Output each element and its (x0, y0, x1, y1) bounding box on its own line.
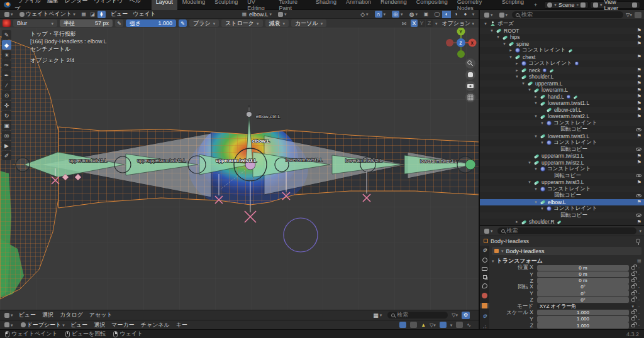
properties-search-input[interactable]: 検索 (497, 227, 637, 234)
expand-open-icon[interactable]: ▾ (496, 35, 501, 40)
proportional-edit-dropdown[interactable]: ◎▾ (390, 11, 405, 18)
expand-open-icon[interactable]: ▾ (533, 114, 538, 119)
expand-open-icon[interactable]: ▾ (533, 166, 538, 172)
object-name-field[interactable]: ▾ Body-Headless (492, 247, 641, 255)
flag-icon[interactable]: ⚑ (637, 101, 641, 106)
strength-pressure-icon[interactable]: ✎ (179, 19, 187, 27)
brush-preview-icon[interactable] (3, 19, 11, 27)
expand-open-icon[interactable]: ▾ (514, 74, 519, 79)
expand-closed-icon[interactable]: ▸ (514, 68, 519, 73)
expand-open-icon[interactable]: ▾ (527, 180, 532, 185)
flag-icon[interactable]: ⚑ (637, 28, 641, 33)
flag-icon[interactable]: ⚑ (637, 80, 641, 86)
outliner-row-lowerarm.L[interactable]: ▾lowerarm.L⚑ (480, 87, 644, 94)
expand-open-icon[interactable]: ▾ (483, 21, 488, 26)
pin-icon[interactable]: ⌖ (576, 3, 579, 7)
move-tool[interactable]: ✜ (2, 101, 11, 110)
active-bone-selector[interactable]: ▦elbow.L▾ (239, 11, 274, 18)
panel-dropdown-ブラシ[interactable]: ブラシ▾ (189, 19, 219, 27)
decorator-dot[interactable]: · (636, 297, 641, 303)
blender-logo-icon[interactable] (4, 2, 11, 8)
scene-selector[interactable]: ▾ Scene ⌖ (544, 1, 589, 9)
xray-toggle[interactable]: ▣ (422, 11, 430, 18)
expand-closed-icon[interactable]: ▸ (514, 219, 519, 224)
sample-weight-tool[interactable]: ∕ (2, 80, 11, 90)
flag-icon[interactable]: ⚑ (637, 160, 641, 165)
decorator-dot[interactable]: · (636, 316, 641, 322)
outliner-row-lowerarm.twist1.L[interactable]: ▾lowerarm.twist1.L⚑ (480, 100, 644, 107)
outliner-row-ポーズ[interactable]: ▾ポーズ (480, 21, 644, 28)
properties-tab-output[interactable] (480, 267, 489, 271)
menu-レンダー[interactable]: レンダー (62, 0, 91, 4)
radius-pressure-icon[interactable]: ✎ (115, 19, 123, 27)
face-mask-toggle[interactable]: ◪ (89, 11, 97, 18)
annotate-pen-tool[interactable]: ✐ (2, 151, 11, 160)
transform-panel-header[interactable]: ▾ トランスフォーム ≣ (492, 257, 641, 264)
viewport-menu-ウェイト[interactable]: ウェイト (133, 10, 156, 18)
magnet-icon[interactable]: ∩ (375, 11, 382, 18)
expand-open-icon[interactable]: ▾ (533, 101, 538, 106)
new-scene-icon[interactable] (580, 3, 586, 8)
expand-open-icon[interactable]: ▾ (540, 121, 545, 126)
outliner-row-shoulder.R[interactable]: ▸shoulder.R⚑ (480, 219, 644, 225)
gear-icon[interactable]: ⚙ (462, 312, 470, 319)
viewport-menu-ビュー[interactable]: ビュー (111, 10, 128, 18)
menu-ウィンドウ[interactable]: ウィンドウ (91, 0, 126, 4)
new-view-layer-icon[interactable] (632, 3, 637, 8)
properties-options-dropdown[interactable]: ▾ (639, 229, 641, 233)
value-field[interactable]: 0° (537, 297, 629, 303)
value-field[interactable]: 1.000 (537, 322, 629, 329)
dopesheet-editor-type-button[interactable]: ▾ (3, 321, 15, 329)
material-shading-button[interactable]: ◑ (452, 11, 460, 18)
flag-icon[interactable]: ⚑ (637, 133, 641, 139)
eye-icon[interactable] (636, 214, 641, 217)
gradient-tool[interactable]: ✒ (2, 70, 11, 80)
menu-ファイル[interactable]: ファイル (14, 0, 44, 4)
expand-open-icon[interactable]: ▾ (527, 160, 532, 165)
bone-select-toggle[interactable]: ⧫ (97, 11, 106, 18)
asset-menu-アセット[interactable]: アセット (89, 311, 113, 319)
viewport-scene[interactable]: Y X Z (0, 28, 479, 310)
asset-search-input[interactable]: 検索 (387, 312, 448, 319)
zoom-button[interactable] (465, 58, 475, 68)
options-dropdown[interactable]: オプション▾ (440, 19, 476, 27)
properties-tab-render[interactable] (480, 258, 489, 263)
cursor-select-icon[interactable] (399, 322, 406, 328)
value-field[interactable]: 0° (537, 290, 629, 297)
flag-icon[interactable]: ⚑ (637, 87, 641, 93)
outliner-row-upperarm.L[interactable]: ▾upperarm.L⚑ (480, 80, 644, 87)
eye-icon[interactable] (636, 128, 641, 131)
lock-icon[interactable] (631, 311, 635, 314)
expand-open-icon[interactable]: ▾ (489, 28, 494, 33)
expand-open-icon[interactable]: ▾ (540, 140, 545, 145)
expand-open-icon[interactable]: ▾ (508, 55, 513, 60)
panel-dropdown-カーソル[interactable]: カーソル▾ (291, 19, 326, 27)
perspective-toggle-button[interactable] (465, 92, 475, 102)
flag-icon[interactable]: ⚑ (637, 35, 641, 40)
proportional-edit-icon[interactable]: ◎ (392, 11, 399, 18)
asset-menu-カタログ[interactable]: カタログ (60, 311, 83, 319)
dopesheet-mode-dropdown[interactable]: ドープシート▾ (19, 321, 67, 329)
expand-open-icon[interactable]: ▾ (533, 134, 538, 139)
editor-type-button[interactable]: ▾ (3, 11, 15, 18)
new-collection-icon[interactable] (635, 12, 641, 18)
properties-tab-modifiers[interactable] (480, 313, 489, 319)
snap-keys-icon[interactable] (440, 322, 447, 328)
decorator-dot[interactable]: · (636, 278, 641, 284)
panel-dropdown-減衰[interactable]: 減衰▾ (265, 19, 289, 27)
lock-icon[interactable] (631, 298, 635, 302)
properties-editor-type-button[interactable]: ▾ (482, 227, 495, 235)
decorator-dot[interactable]: · (636, 310, 641, 316)
dopesheet-menu-ビュー[interactable]: ビュー (70, 321, 87, 329)
rendered-shading-button[interactable]: ● (461, 11, 470, 18)
value-field[interactable]: 1.000 (537, 310, 629, 316)
properties-tab-tool[interactable] (480, 247, 489, 253)
value-field[interactable]: 0 m (537, 278, 629, 284)
expand-open-icon[interactable]: ▾ (527, 87, 532, 92)
brush-dropdown[interactable]: Blur▾ (13, 19, 57, 27)
average-brush-tool[interactable]: ☀ (2, 50, 11, 60)
decorator-dot[interactable]: · (636, 303, 641, 310)
value-field[interactable]: 0 m (537, 265, 629, 271)
pin-icon[interactable] (636, 239, 640, 243)
asset-filter-button[interactable]: ▽▾ (452, 312, 458, 318)
